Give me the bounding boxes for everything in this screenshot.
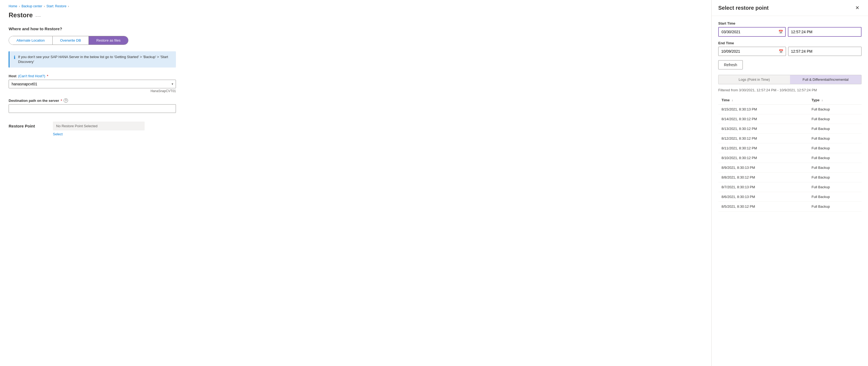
table-cell-type: Full Backup [808, 114, 862, 124]
host-label: Host (Can't find Host?) * [9, 74, 176, 78]
close-button[interactable]: ✕ [853, 4, 862, 11]
right-panel-title: Select restore point [718, 5, 769, 11]
end-time-label: End Time [718, 41, 862, 45]
tab-group: Alternate Location Overwrite DB Restore … [9, 36, 128, 45]
tab-overwrite-db[interactable]: Overwrite DB [53, 36, 89, 45]
start-time-section: Start Time 📅 [718, 21, 862, 37]
filter-text: Filtered from 3/30/2021, 12:57:24 PM - 1… [718, 88, 862, 92]
end-date-input[interactable] [718, 47, 786, 56]
table-cell-type: Full Backup [808, 163, 862, 173]
breadcrumb-backup-center[interactable]: Backup center [22, 4, 42, 8]
start-date-wrapper: 📅 [718, 27, 786, 37]
toggle-logs[interactable]: Logs (Point in Time) [718, 75, 790, 84]
table-cell-type: Full Backup [808, 182, 862, 192]
host-select-wrapper: hanasnapcvt01 ▾ [9, 80, 176, 88]
info-icon: ℹ [14, 55, 16, 64]
cant-find-host-link[interactable]: (Can't find Host?) [18, 74, 45, 78]
select-restore-point-link[interactable]: Select [53, 132, 145, 136]
table-row[interactable]: 8/12/2021, 8:30:12 PMFull Backup [718, 134, 862, 143]
host-helper-text: HanaSnapCVT01 [9, 89, 176, 93]
table-cell-type: Full Backup [808, 143, 862, 153]
table-row[interactable]: 8/11/2021, 8:30:12 PMFull Backup [718, 143, 862, 153]
breadcrumb-start-restore[interactable]: Start: Restore [46, 4, 66, 8]
table-cell-time: 8/7/2021, 8:30:13 PM [718, 182, 808, 192]
table-row[interactable]: 8/8/2021, 8:30:12 PMFull Backup [718, 173, 862, 182]
breadcrumb: Home › Backup center › Start: Restore › [9, 4, 703, 8]
type-sort-icon: ↕ [822, 99, 823, 102]
end-date-wrapper: 📅 [718, 47, 786, 56]
restore-point-label: Restore Point [9, 121, 46, 128]
breadcrumb-sep-2: › [44, 5, 45, 8]
col-header-time[interactable]: Time ↕ [718, 96, 808, 105]
table-row[interactable]: 8/14/2021, 8:30:12 PMFull Backup [718, 114, 862, 124]
destination-field-group: Destination path on the server * ? [9, 98, 176, 113]
table-row[interactable]: 8/5/2021, 8:30:12 PMFull Backup [718, 202, 862, 212]
table-row[interactable]: 8/9/2021, 8:30:13 PMFull Backup [718, 163, 862, 173]
destination-help-icon[interactable]: ? [64, 98, 68, 103]
table-cell-time: 8/15/2021, 8:30:13 PM [718, 105, 808, 114]
tab-restore-as-files[interactable]: Restore as files [89, 36, 128, 45]
table-cell-time: 8/5/2021, 8:30:12 PM [718, 202, 808, 212]
end-time-section: End Time 📅 [718, 41, 862, 56]
table-row[interactable]: 8/15/2021, 8:30:13 PMFull Backup [718, 105, 862, 114]
destination-label: Destination path on the server * ? [9, 98, 176, 103]
left-panel: Home › Backup center › Start: Restore › … [0, 0, 712, 366]
table-cell-type: Full Backup [808, 192, 862, 202]
table-cell-time: 8/14/2021, 8:30:12 PM [718, 114, 808, 124]
destination-required: * [61, 98, 62, 103]
restore-points-table: Time ↕ Type ↕ 8/15/2021, 8:30:13 PMFull … [718, 96, 862, 212]
right-panel-header: Select restore point ✕ [712, 0, 868, 16]
end-time-row: 📅 [718, 47, 862, 56]
restore-type-toggle: Logs (Point in Time) Full & Differential… [718, 75, 862, 84]
table-cell-time: 8/11/2021, 8:30:12 PM [718, 143, 808, 153]
table-cell-type: Full Backup [808, 124, 862, 134]
table-cell-type: Full Backup [808, 153, 862, 163]
host-field-group: Host (Can't find Host?) * hanasnapcvt01 … [9, 74, 176, 93]
time-sort-icon: ↕ [732, 99, 733, 102]
table-cell-type: Full Backup [808, 202, 862, 212]
right-panel: Select restore point ✕ Start Time 📅 End … [712, 0, 868, 366]
restore-point-section: Restore Point No Restore Point Selected … [9, 121, 703, 136]
table-cell-type: Full Backup [808, 134, 862, 143]
start-time-label: Start Time [718, 21, 862, 25]
breadcrumb-sep-3: › [68, 5, 69, 8]
table-cell-type: Full Backup [808, 105, 862, 114]
table-row[interactable]: 8/10/2021, 8:30:12 PMFull Backup [718, 153, 862, 163]
host-required: * [47, 74, 48, 78]
table-cell-time: 8/9/2021, 8:30:13 PM [718, 163, 808, 173]
breadcrumb-home[interactable]: Home [9, 4, 17, 8]
table-cell-time: 8/6/2021, 8:30:13 PM [718, 192, 808, 202]
table-cell-time: 8/10/2021, 8:30:12 PM [718, 153, 808, 163]
start-time-row: 📅 [718, 27, 862, 37]
table-row[interactable]: 8/6/2021, 8:30:13 PMFull Backup [718, 192, 862, 202]
refresh-button[interactable]: Refresh [718, 60, 743, 69]
info-box: ℹ If you don't see your SAP HANA Server … [9, 51, 176, 67]
host-select[interactable]: hanasnapcvt01 [9, 80, 176, 88]
table-header-row: Time ↕ Type ↕ [718, 96, 862, 105]
destination-input[interactable] [9, 104, 176, 113]
table-cell-type: Full Backup [808, 173, 862, 182]
tab-alternate-location[interactable]: Alternate Location [9, 36, 53, 45]
restore-table-body: 8/15/2021, 8:30:13 PMFull Backup8/14/202… [718, 105, 862, 212]
restore-point-value: No Restore Point Selected Select [53, 121, 145, 136]
table-row[interactable]: 8/7/2021, 8:30:13 PMFull Backup [718, 182, 862, 192]
breadcrumb-sep-1: › [19, 5, 20, 8]
start-time-input[interactable] [788, 27, 862, 37]
table-cell-time: 8/13/2021, 8:30:12 PM [718, 124, 808, 134]
page-title: Restore ... [9, 11, 703, 19]
end-time-input[interactable] [788, 47, 862, 56]
page-ellipsis: ... [35, 12, 41, 18]
table-cell-time: 8/12/2021, 8:30:12 PM [718, 134, 808, 143]
table-cell-time: 8/8/2021, 8:30:12 PM [718, 173, 808, 182]
start-date-input[interactable] [718, 27, 786, 37]
right-panel-content: Start Time 📅 End Time 📅 Refresh Log [712, 16, 868, 366]
table-row[interactable]: 8/13/2021, 8:30:12 PMFull Backup [718, 124, 862, 134]
no-restore-point-text: No Restore Point Selected [53, 121, 145, 131]
toggle-full-differential[interactable]: Full & Differential/Incremental [790, 75, 862, 84]
info-text: If you don't see your SAP HANA Server in… [18, 55, 172, 64]
col-header-type[interactable]: Type ↕ [808, 96, 862, 105]
section-label: Where and how to Restore? [9, 26, 703, 31]
